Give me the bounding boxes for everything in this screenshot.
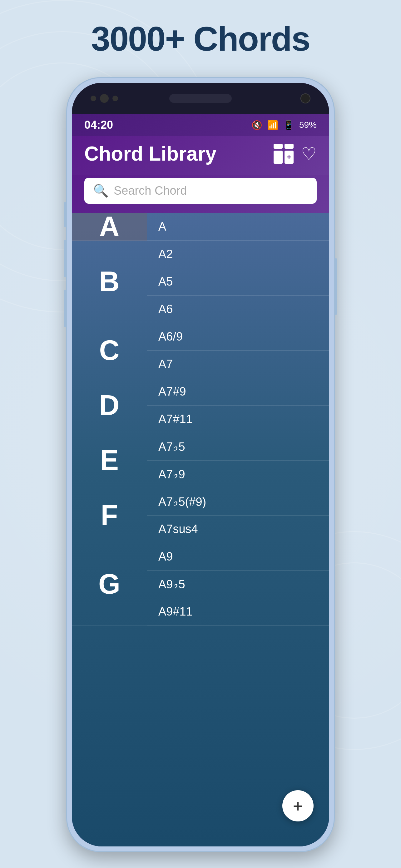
chord-item-a9-flat5[interactable]: A9♭5 <box>147 570 329 598</box>
status-icons: 🔇 📶 📱 59% <box>252 120 317 130</box>
chord-item-a7-flat5[interactable]: A7♭5 <box>147 433 329 461</box>
grid-cell-3 <box>274 151 282 164</box>
battery-text: 59% <box>299 120 317 130</box>
chord-item-a7[interactable]: A7 <box>147 350 329 378</box>
signal-icon: 📱 <box>283 120 294 130</box>
wifi-icon: 📶 <box>267 120 278 130</box>
header-icons: + ♡ <box>274 144 317 164</box>
search-bar-container: 🔍 Search Chord <box>72 175 329 213</box>
chord-item-a7-flat9[interactable]: A7♭9 <box>147 461 329 488</box>
front-camera <box>300 93 310 103</box>
chord-list: A A2 A5 A6 A6/9 A7 <box>147 213 329 846</box>
chord-item-a7-sharp11[interactable]: A7#11 <box>147 406 329 433</box>
grid-cell-plus: + <box>285 151 294 164</box>
camera-button <box>64 290 67 327</box>
grid-cell-1 <box>274 144 282 149</box>
fab-add-button[interactable]: + <box>282 790 313 822</box>
grid-cell-2 <box>285 144 294 149</box>
search-input-wrapper[interactable]: 🔍 Search Chord <box>84 178 317 204</box>
speaker-grill <box>169 94 232 103</box>
camera-main <box>100 94 109 103</box>
page-title: 3000+ Chords <box>91 19 310 58</box>
letter-item-c[interactable]: C <box>72 323 147 378</box>
app-header: Chord Library + ♡ <box>72 136 329 175</box>
screen-content: 04:20 🔇 📶 📱 59% Chord Library <box>72 114 329 846</box>
letter-item-g[interactable]: G <box>72 543 147 625</box>
phone-top-hardware <box>72 83 329 114</box>
search-placeholder: Search Chord <box>114 184 187 197</box>
power-button <box>334 258 337 315</box>
letter-item-f[interactable]: F <box>72 488 147 543</box>
chord-item-a6-9[interactable]: A6/9 <box>147 323 329 350</box>
chord-item-a2[interactable]: A2 <box>147 241 329 268</box>
letter-item-e[interactable]: E <box>72 433 147 488</box>
chord-item-a6[interactable]: A6 <box>147 296 329 323</box>
chord-item-a9-sharp11[interactable]: A9#11 <box>147 598 329 625</box>
status-time: 04:20 <box>84 118 113 131</box>
app-title: Chord Library <box>84 142 216 165</box>
letter-sidebar: A B C D E F <box>72 213 147 846</box>
chord-item-a5[interactable]: A5 <box>147 268 329 296</box>
mute-icon: 🔇 <box>252 120 262 130</box>
camera-area <box>91 94 118 103</box>
camera-dot-small <box>91 96 96 101</box>
add-chord-grid-button[interactable]: + <box>274 144 294 164</box>
chord-item-a7sus4[interactable]: A7sus4 <box>147 516 329 543</box>
volume-up-button <box>64 202 67 227</box>
search-icon: 🔍 <box>93 183 109 198</box>
phone-frame: 04:20 🔇 📶 📱 59% Chord Library <box>66 77 335 852</box>
chord-item-a[interactable]: A <box>147 213 329 241</box>
letter-item-b[interactable]: B <box>72 241 147 323</box>
status-bar: 04:20 🔇 📶 📱 59% <box>72 114 329 136</box>
chord-item-a7-flat5-sharp9[interactable]: A7♭5(#9) <box>147 488 329 516</box>
letter-item-a[interactable]: A <box>72 213 147 241</box>
chord-list-area: A B C D E F <box>72 213 329 846</box>
favorites-icon[interactable]: ♡ <box>301 144 317 164</box>
phone-screen: 04:20 🔇 📶 📱 59% Chord Library <box>72 83 329 846</box>
chord-item-a7-sharp9[interactable]: A7#9 <box>147 378 329 406</box>
camera-dot-3 <box>112 96 118 101</box>
letter-item-d[interactable]: D <box>72 378 147 433</box>
volume-down-button <box>64 240 67 277</box>
chord-item-a9[interactable]: A9 <box>147 543 329 570</box>
